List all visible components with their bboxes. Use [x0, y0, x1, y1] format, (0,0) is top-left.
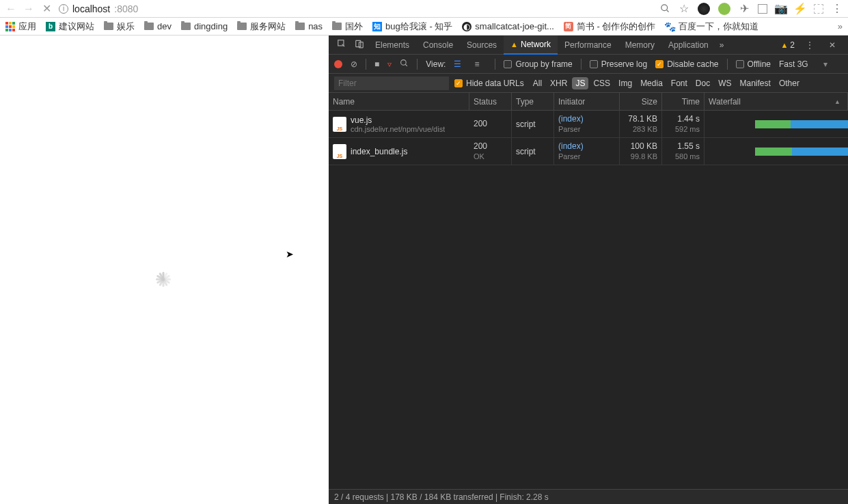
hide-data-urls-checkbox[interactable]: ✓ Hide data URLs	[454, 79, 524, 88]
devtools-tab-sources[interactable]: Sources	[460, 36, 504, 55]
device-toggle-icon[interactable]	[351, 39, 368, 51]
filter-input[interactable]	[334, 76, 449, 90]
header-type[interactable]: Type	[512, 93, 554, 110]
file-icon	[333, 117, 346, 132]
filter-type-other[interactable]: Other	[776, 77, 803, 89]
bookmark-item[interactable]: b建议网站	[46, 20, 94, 33]
filter-type-css[interactable]: CSS	[590, 77, 614, 89]
tabs-overflow-icon[interactable]: »	[715, 40, 728, 50]
address-bar[interactable]: i localhost:8080	[59, 3, 653, 14]
header-time[interactable]: Time	[662, 93, 705, 110]
devtools-close-icon[interactable]: ✕	[825, 40, 840, 50]
header-initiator[interactable]: Initiator	[554, 93, 620, 110]
disable-cache-checkbox[interactable]: ✓ Disable cache	[655, 59, 718, 69]
ext-icon-4[interactable]	[758, 4, 767, 14]
devtools-tabs: ElementsConsoleSources▲NetworkPerformanc…	[329, 36, 848, 55]
inspect-element-icon[interactable]	[333, 39, 351, 51]
cell-initiator: (index)Parser	[554, 111, 620, 137]
bookmark-item[interactable]: nas	[295, 20, 323, 33]
filter-type-xhr[interactable]: XHR	[547, 77, 571, 89]
status-code: 200	[474, 141, 507, 152]
folder-icon	[332, 23, 342, 30]
devtools-tab-memory[interactable]: Memory	[618, 36, 661, 55]
bookmark-item[interactable]: 知bug给我滚 - 知乎	[372, 20, 452, 33]
bookmarks-overflow[interactable]: »	[838, 21, 843, 31]
tab-label: Application	[668, 40, 709, 50]
loading-spinner	[148, 272, 179, 303]
folder-icon	[295, 23, 305, 30]
network-request-row[interactable]: index_bundle.js200OKscript(index)Parser1…	[329, 138, 848, 165]
network-request-row[interactable]: vue.jscdn.jsdelivr.net/npm/vue/dist200sc…	[329, 111, 848, 138]
devtools-tab-console[interactable]: Console	[416, 36, 460, 55]
initiator-link[interactable]: (index)	[558, 141, 615, 152]
ext-icon-3[interactable]: ✈	[739, 3, 750, 14]
bookmark-item[interactable]: dev	[144, 20, 172, 33]
devtools-tab-application[interactable]: Application	[661, 36, 715, 55]
network-toolbar: ⊘ ■ ▿ View: ☰ ≡ Group by frame Preserve …	[329, 55, 848, 74]
devtools-tab-elements[interactable]: Elements	[368, 36, 416, 55]
tab-label: Network	[521, 40, 551, 49]
filter-type-media[interactable]: Media	[637, 77, 666, 89]
small-rows-icon[interactable]: ≡	[474, 59, 487, 69]
zhihu-icon: 知	[372, 22, 382, 31]
ext-icon-7[interactable]	[814, 4, 823, 14]
bookmark-item[interactable]: 服务网站	[237, 20, 286, 33]
throttling-select[interactable]: Fast 3G ▾	[779, 59, 828, 69]
filter-type-js[interactable]: JS	[572, 77, 588, 89]
warnings-badge[interactable]: ▲ 2	[780, 40, 795, 50]
header-name[interactable]: Name	[329, 93, 469, 110]
camera-icon[interactable]: ■	[374, 59, 379, 69]
network-table-header: Name Status Type Initiator Size Time Wat…	[329, 93, 848, 111]
ext-icon-6[interactable]: ⚡	[795, 3, 806, 14]
record-button[interactable]	[334, 60, 342, 68]
bookmark-item[interactable]: 🐾百度一下，你就知道	[666, 20, 758, 33]
request-type: script	[516, 120, 536, 129]
filter-type-img[interactable]: Img	[615, 77, 635, 89]
clear-button[interactable]: ⊘	[351, 59, 357, 69]
url-port: :8080	[114, 3, 138, 14]
bookmark-item[interactable]: 国外	[332, 20, 363, 33]
bookmark-label: 建议网站	[59, 20, 94, 33]
ext-icon-1[interactable]	[698, 3, 710, 15]
preserve-log-label: Preserve log	[601, 59, 647, 69]
cell-time: 1.55 s580 ms	[662, 138, 705, 165]
bookmark-label: smallcatcat-joe-git...	[475, 21, 554, 31]
site-info-icon[interactable]: i	[59, 4, 68, 14]
search-icon[interactable]	[400, 59, 409, 70]
back-button[interactable]: ←	[5, 3, 16, 14]
menu-icon[interactable]: ⋮	[832, 3, 843, 14]
bookmark-item[interactable]: dingding	[181, 20, 228, 33]
filter-type-manifest[interactable]: Manifest	[737, 77, 774, 89]
header-size[interactable]: Size	[620, 93, 662, 110]
filter-toggle-icon[interactable]: ▿	[387, 59, 392, 69]
star-icon[interactable]: ☆	[679, 3, 689, 14]
offline-checkbox[interactable]: Offline	[736, 59, 771, 69]
filter-type-doc[interactable]: Doc	[692, 77, 713, 89]
bookmark-label: 服务网站	[250, 20, 286, 33]
forward-button[interactable]: →	[23, 3, 34, 14]
stop-reload-button[interactable]: ✕	[41, 3, 52, 14]
large-rows-icon[interactable]: ☰	[454, 59, 466, 69]
header-waterfall[interactable]: Waterfall ▲	[705, 93, 848, 110]
preserve-log-checkbox[interactable]: Preserve log	[590, 59, 647, 69]
initiator-link[interactable]: (index)	[558, 114, 615, 125]
search-icon[interactable]	[659, 3, 670, 14]
devtools-tab-performance[interactable]: Performance	[558, 36, 618, 55]
filter-type-font[interactable]: Font	[668, 77, 691, 89]
bookmark-item[interactable]: ◐smallcatcat-joe-git...	[462, 20, 554, 33]
status-text: OK	[474, 152, 507, 161]
ext-icon-2[interactable]	[718, 3, 730, 15]
ext-icon-5[interactable]: 📷	[776, 3, 787, 14]
filter-type-all[interactable]: All	[530, 77, 545, 89]
group-by-frame-checkbox[interactable]: Group by frame	[504, 59, 572, 69]
filter-type-ws[interactable]: WS	[715, 77, 735, 89]
folder-icon	[104, 23, 113, 30]
devtools-tab-network[interactable]: ▲Network	[504, 36, 558, 55]
size-resource: 99.8 KB	[624, 152, 657, 161]
devtools-menu-icon[interactable]: ⋮	[802, 40, 818, 50]
apps-button[interactable]: 应用	[5, 20, 36, 33]
bookmark-item[interactable]: 简简书 - 创作你的创作	[564, 20, 656, 33]
header-status[interactable]: Status	[469, 93, 512, 110]
bookmark-item[interactable]: 娱乐	[104, 20, 135, 33]
apps-icon	[5, 22, 15, 31]
